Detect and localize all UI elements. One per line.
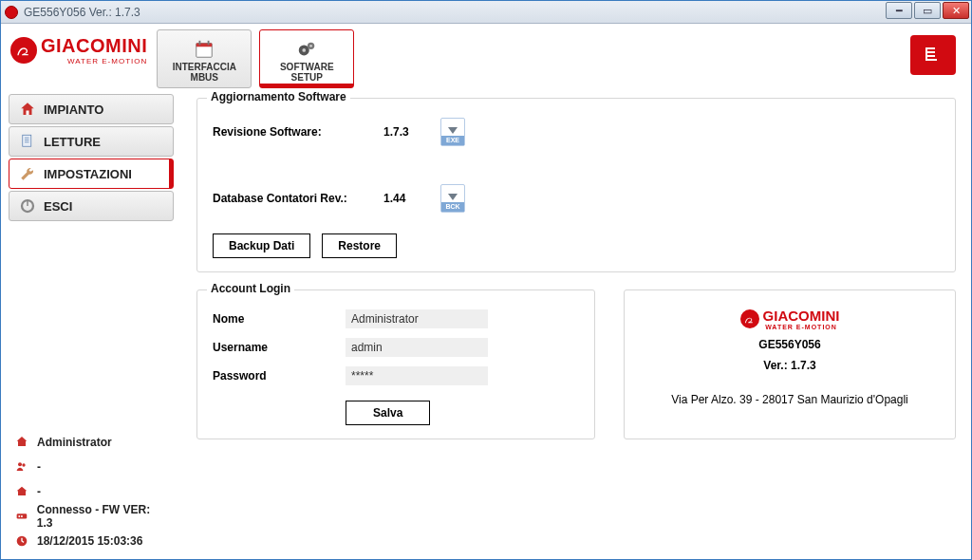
value-revisione-software: 1.7.3 <box>383 125 440 139</box>
nav-esci[interactable]: ESCI <box>9 191 174 221</box>
svg-rect-8 <box>27 111 29 116</box>
status-users: - <box>9 455 174 479</box>
about-brand-name: GIACOMINI <box>763 308 840 324</box>
exe-download-button[interactable]: EXE <box>440 118 465 146</box>
backup-dati-button[interactable]: Backup Dati <box>213 233 310 258</box>
about-address: Via Per Alzo. 39 - 28017 San Maurizio d'… <box>671 393 908 406</box>
label-password: Password <box>213 369 346 383</box>
svg-point-7 <box>310 45 312 47</box>
titlebar: GE556Y056 Ver.: 1.7.3 ━ ▭ ✕ <box>1 1 971 24</box>
label-username: Username <box>213 341 346 354</box>
svg-rect-9 <box>23 135 31 146</box>
svg-rect-1 <box>196 44 213 47</box>
wrench-icon <box>19 165 36 182</box>
svg-rect-2 <box>199 41 201 46</box>
tab-interfaccia-mbus[interactable]: INTERFACCIAMBUS <box>157 29 252 88</box>
energy-management-badge[interactable] <box>910 35 956 75</box>
connection-icon <box>14 509 29 524</box>
svg-rect-11 <box>27 199 28 206</box>
group-title: Aggiornamento Software <box>207 90 350 103</box>
close-button[interactable]: ✕ <box>943 2 969 19</box>
house-icon <box>19 101 36 118</box>
nome-field[interactable] <box>346 309 488 328</box>
user-house-icon <box>14 435 29 450</box>
bck-download-button[interactable]: BCK <box>440 184 465 213</box>
brand-logo: GIACOMINI WATER E-MOTION <box>9 29 149 71</box>
brand-icon <box>10 37 37 64</box>
about-brand-tagline: WATER E-MOTION <box>763 324 840 330</box>
svg-rect-3 <box>208 41 210 46</box>
salva-button[interactable]: Salva <box>346 401 430 425</box>
nav-impianto[interactable]: IMPIANTO <box>9 94 174 124</box>
app-icon <box>5 6 18 19</box>
window-title: GE556Y056 Ver.: 1.7.3 <box>24 6 140 19</box>
status-datetime: 18/12/2015 15:03:36 <box>9 529 174 553</box>
svg-point-12 <box>18 462 22 466</box>
label-revisione-software: Revisione Software: <box>213 125 383 139</box>
nav-letture[interactable]: LETTURE <box>9 126 174 157</box>
document-icon <box>19 133 36 150</box>
status-home: - <box>9 479 174 504</box>
house-small-icon <box>14 484 29 499</box>
restore-button[interactable]: Restore <box>322 233 397 258</box>
username-field[interactable] <box>346 338 488 357</box>
group-aggiornamento-software: Aggiornamento Software Revisione Softwar… <box>196 98 956 272</box>
group-account-login: Account Login Nome Username Password <box>196 289 595 439</box>
brand-icon-small <box>740 309 759 328</box>
nav-impostazioni[interactable]: IMPOSTAZIONI <box>9 159 174 189</box>
maximize-button[interactable]: ▭ <box>914 2 941 19</box>
value-database-rev: 1.44 <box>383 192 440 205</box>
brand-tagline: WATER E-MOTION <box>41 57 147 65</box>
about-card: GIACOMINI WATER E-MOTION GE556Y056 Ver.:… <box>624 289 956 439</box>
svg-point-13 <box>22 463 25 466</box>
label-nome: Nome <box>213 312 346 326</box>
brand-name: GIACOMINI <box>41 35 147 57</box>
label-database-rev: Database Contatori Rev.: <box>213 192 383 205</box>
status-connection: Connesso - FW VER: 1.3 <box>9 504 174 529</box>
minimize-button[interactable]: ━ <box>886 2 912 19</box>
password-field[interactable] <box>346 366 488 385</box>
power-icon <box>19 197 36 215</box>
about-version: Ver.: 1.7.3 <box>763 359 815 372</box>
svg-point-15 <box>18 515 20 517</box>
about-model: GE556Y056 <box>758 338 820 351</box>
group-title-login: Account Login <box>207 282 294 295</box>
status-user: Administrator <box>9 430 174 455</box>
gears-icon <box>294 39 319 60</box>
tab-software-setup[interactable]: SOFTWARESETUP <box>259 29 354 88</box>
calendar-icon <box>192 39 216 60</box>
svg-point-16 <box>21 515 23 517</box>
users-icon <box>14 459 29 475</box>
svg-point-5 <box>303 48 307 52</box>
clock-icon <box>14 533 29 549</box>
